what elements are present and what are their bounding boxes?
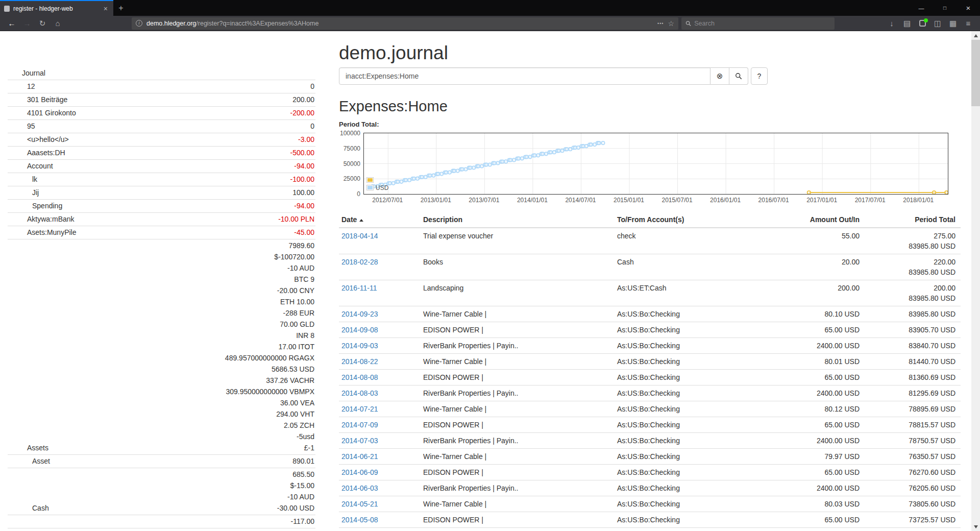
transaction-date-link[interactable]: 2014-09-23 xyxy=(341,310,378,318)
account-balance: -94.00 xyxy=(62,200,314,211)
scrollbar-up-arrow[interactable] xyxy=(971,31,980,40)
search-button[interactable] xyxy=(729,67,748,85)
transaction-row[interactable]: 2014-07-03RiverBank Properties | Payin..… xyxy=(339,433,961,449)
clear-search-button[interactable]: ⊗ xyxy=(710,67,729,85)
transaction-date-link[interactable]: 2014-06-09 xyxy=(341,468,378,476)
account-link[interactable]: <u>hello</u> xyxy=(8,134,69,145)
menu-icon[interactable]: ≡ xyxy=(961,17,976,30)
column-header-description[interactable]: Description xyxy=(421,212,615,228)
tab-close-icon[interactable]: × xyxy=(102,5,109,13)
transaction-date-link[interactable]: 2014-07-09 xyxy=(341,421,378,429)
transaction-row[interactable]: 2014-09-03RiverBank Properties | Payin..… xyxy=(339,338,961,354)
account-link[interactable]: Assets xyxy=(8,442,48,453)
transaction-date-link[interactable]: 2014-05-08 xyxy=(341,516,378,524)
account-row: Assets7989.60$-100720.00-10 AUDBTC 9-20.… xyxy=(8,239,315,455)
journal-link[interactable]: Journal xyxy=(8,67,45,79)
url-bar[interactable]: i demo.hledger.org/register?q=inacct%3AE… xyxy=(132,17,678,30)
transaction-date-link[interactable]: 2014-06-03 xyxy=(341,484,378,492)
help-button[interactable]: ? xyxy=(751,67,768,85)
new-tab-button[interactable]: + xyxy=(113,0,129,16)
account-link[interactable]: 4101 Girokonto xyxy=(8,107,76,118)
account-link[interactable]: Aaasets:DH xyxy=(8,147,65,158)
account-link[interactable]: Account xyxy=(8,160,53,172)
forward-icon[interactable]: → xyxy=(19,17,35,30)
downloads-icon[interactable]: ↓ xyxy=(884,17,899,30)
column-header-date[interactable]: Date xyxy=(339,212,421,228)
transaction-row[interactable]: 2014-07-09EDISON POWER |As:US:Bo:Checkin… xyxy=(339,417,961,433)
search-form: ⊗ ? xyxy=(339,67,961,85)
browser-search-bar[interactable] xyxy=(681,17,835,30)
browser-search-input[interactable] xyxy=(694,20,830,27)
transaction-row[interactable]: 2016-11-11LandscapingAs:US:ET:Cash200.00… xyxy=(339,280,961,306)
account-link[interactable]: 12 xyxy=(8,81,35,92)
back-icon[interactable]: ← xyxy=(4,17,19,30)
home-icon[interactable]: ⌂ xyxy=(50,17,65,30)
transaction-row[interactable]: 2014-06-09EDISON POWER |As:US:Bo:Checkin… xyxy=(339,465,961,480)
transaction-row[interactable]: 2014-09-23Wine-Tarner Cable |As:US:Bo:Ch… xyxy=(339,306,961,322)
transaction-row[interactable]: 2018-04-14Trial expense vouchercheck55.0… xyxy=(339,228,961,254)
transaction-row[interactable]: 2018-02-28BooksCash20.00220.0083985.80 U… xyxy=(339,254,961,280)
account-link[interactable]: Asset xyxy=(8,455,50,467)
transaction-amount: 65.00 USD xyxy=(768,322,865,338)
transaction-row[interactable]: 2014-08-08EDISON POWER |As:US:Bo:Checkin… xyxy=(339,370,961,385)
bookmark-star-icon[interactable]: ☆ xyxy=(668,19,674,28)
transaction-date-link[interactable]: 2014-09-08 xyxy=(341,326,378,334)
scrollbar-down-arrow[interactable] xyxy=(971,522,980,531)
transaction-date-link[interactable]: 2014-07-03 xyxy=(341,437,378,445)
transaction-amount: 200.00 xyxy=(768,280,865,306)
transaction-date-link[interactable]: 2014-07-21 xyxy=(341,405,378,413)
account-link[interactable]: 301 Beiträge xyxy=(8,94,67,105)
search-input[interactable] xyxy=(339,67,710,85)
transaction-date-link[interactable]: 2014-06-21 xyxy=(341,452,378,461)
account-link[interactable]: Aktywa:mBank xyxy=(8,213,75,225)
page-info-icon[interactable]: i xyxy=(136,20,142,27)
transaction-period-total: 275.0083985.80 USD xyxy=(865,228,961,254)
transaction-row[interactable]: 2014-07-21Wine-Tarner Cable |As:US:Bo:Ch… xyxy=(339,401,961,417)
sidebar-toggle-icon[interactable]: ◫ xyxy=(930,17,945,30)
account-link[interactable]: Jij xyxy=(8,187,39,198)
transaction-date-link[interactable]: 2014-08-22 xyxy=(341,357,378,366)
library-icon[interactable]: ▤ xyxy=(899,17,915,30)
browser-tab[interactable]: register - hledger-web × xyxy=(0,0,113,16)
transaction-period-total: 81295.69 USD xyxy=(865,385,961,401)
column-header-account[interactable]: To/From Account(s) xyxy=(615,212,768,228)
transaction-row[interactable]: 2014-06-03RiverBank Properties | Payin..… xyxy=(339,480,961,496)
transaction-row[interactable]: 2014-09-08EDISON POWER |As:US:Bo:Checkin… xyxy=(339,322,961,338)
transaction-account: As:US:Bo:Checking xyxy=(615,385,768,401)
transaction-date-link[interactable]: 2014-08-03 xyxy=(341,389,378,397)
account-balance: 100.00 xyxy=(39,187,314,198)
account-link[interactable]: Cash xyxy=(8,502,49,514)
reload-icon[interactable]: ↻ xyxy=(35,17,50,30)
url-text[interactable]: demo.hledger.org/register?q=inacct%3AExp… xyxy=(146,20,653,27)
scrollbar-thumb[interactable] xyxy=(971,40,980,106)
transaction-date-link[interactable]: 2016-11-11 xyxy=(341,284,377,292)
window-minimize-button[interactable]: — xyxy=(910,0,933,16)
transaction-date-link[interactable]: 2014-09-03 xyxy=(341,342,378,350)
transaction-date-link[interactable]: 2018-02-28 xyxy=(341,258,378,266)
register-chart[interactable]: 0250005000075000100000 USD 2012/07/01201… xyxy=(339,133,948,205)
grid-icon[interactable]: ▦ xyxy=(945,17,961,30)
account-link[interactable]: lk xyxy=(8,174,37,185)
transaction-row[interactable]: 2014-08-03RiverBank Properties | Payin..… xyxy=(339,385,961,401)
extension-icon[interactable] xyxy=(915,17,930,30)
transaction-date-link[interactable]: 2014-08-08 xyxy=(341,373,378,381)
column-header-amount[interactable]: Amount Out/In xyxy=(768,212,865,228)
account-balance: 7989.60$-100720.00-10 AUDBTC 9-20.00 CNY… xyxy=(48,240,314,453)
column-header-period-total[interactable]: Period Total xyxy=(865,212,961,228)
transaction-row[interactable]: 2014-08-22Wine-Tarner Cable |As:US:Bo:Ch… xyxy=(339,354,961,370)
page-scrollbar[interactable] xyxy=(971,31,980,531)
transaction-date-link[interactable]: 2018-04-14 xyxy=(341,232,378,240)
transaction-date-link[interactable]: 2014-05-21 xyxy=(341,500,378,508)
transaction-account: As:US:Bo:Checking xyxy=(615,338,768,354)
page-actions-icon[interactable]: ••• xyxy=(657,21,664,26)
account-link[interactable]: Spending xyxy=(8,200,62,211)
transaction-row[interactable]: 2014-06-21Wine-Tarner Cable |As:US:Bo:Ch… xyxy=(339,449,961,465)
window-maximize-button[interactable]: □ xyxy=(933,0,957,16)
account-link[interactable]: 95 xyxy=(8,120,35,132)
transaction-row[interactable]: 2014-05-08EDISON POWER |As:US:Bo:Checkin… xyxy=(339,512,961,528)
transaction-row[interactable]: 2014-05-21Wine-Tarner Cable |As:US:Bo:Ch… xyxy=(339,496,961,512)
transaction-amount: 2400.00 USD xyxy=(768,338,865,354)
window-close-button[interactable]: × xyxy=(957,0,980,16)
transaction-amount: 2400.00 USD xyxy=(768,385,865,401)
account-link[interactable]: Asets:MunyPile xyxy=(8,227,76,238)
